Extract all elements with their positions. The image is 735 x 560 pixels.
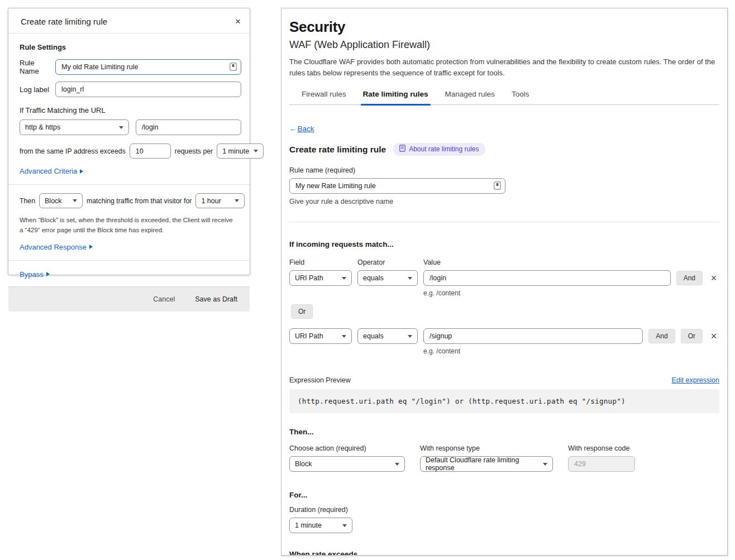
action-label: Choose action (required) [289, 444, 405, 452]
page-description: The Cloudflare WAF provides both automat… [289, 56, 719, 78]
waf-security-panel: Security WAF (Web Application Firewall) … [281, 8, 728, 556]
tab-firewall-rules[interactable]: Firewall rules [302, 90, 346, 104]
then-row: Then Block matching traffic from that vi… [20, 193, 241, 208]
remove-row-icon-2[interactable]: × [708, 331, 719, 341]
caret-right-icon [46, 272, 50, 276]
response-code-label: With response code [568, 444, 635, 452]
then-heading: Then... [289, 428, 719, 436]
url-input[interactable] [136, 119, 241, 135]
tab-rate-limiting-rules[interactable]: Rate limiting rules [363, 90, 428, 104]
edit-expression-link[interactable]: Edit expression [672, 376, 719, 384]
advanced-response-link[interactable]: Advanced Response [20, 243, 93, 251]
value-label: Value [423, 259, 441, 266]
match-row-2: URI Path equals And Or × [289, 328, 719, 344]
match-column-labels: Field Operator Value [289, 259, 719, 266]
advanced-criteria-link[interactable]: Advanced Criteria [20, 167, 83, 175]
action-select[interactable]: Block [39, 193, 83, 208]
then-suffix-text: matching traffic from that visitor for [87, 197, 192, 205]
rule-name-row: Rule Name [20, 59, 241, 75]
about-rate-limiting-badge[interactable]: About rate limiting rules [393, 143, 485, 156]
page-subtitle: WAF (Web Application Firewall) [289, 39, 719, 51]
duration-select[interactable]: 1 minute [289, 518, 352, 533]
or-button-2[interactable]: Or [681, 329, 703, 343]
field-select-1[interactable]: URI Path [289, 270, 352, 286]
caret-right-icon [80, 169, 83, 174]
document-icon [399, 145, 405, 154]
operator-label: Operator [357, 259, 423, 266]
match-heading: If incoming requests match... [289, 240, 719, 248]
then-label: Then [20, 197, 35, 205]
value-input-2[interactable] [423, 328, 643, 344]
divider [8, 260, 250, 261]
chevron-down-icon [119, 126, 123, 129]
or-connector-button[interactable]: Or [291, 304, 313, 319]
exceeds-suffix-text: requests per [175, 147, 213, 155]
value-input-1[interactable] [423, 270, 671, 286]
rule-name-input[interactable] [55, 59, 241, 75]
then-controls: Choose action (required) Block With resp… [289, 444, 719, 472]
traffic-match-label: If Traffic Matching the URL [20, 106, 241, 114]
period-select[interactable]: 1 minute [217, 143, 264, 159]
screenshot-canvas: Create rate limiting rule × Rule Setting… [0, 0, 735, 560]
duration-label: Duration (required) [289, 506, 719, 514]
threshold-row: from the same IP address exceeds request… [20, 143, 241, 159]
waf-tabs: Firewall rules Rate limiting rules Manag… [289, 90, 719, 105]
chevron-down-icon [342, 277, 346, 280]
remove-row-icon-1[interactable]: × [708, 273, 719, 283]
scheme-select[interactable]: http & https [20, 119, 129, 135]
traffic-match-row: http & https [20, 119, 241, 135]
page-title: Security [289, 18, 719, 36]
rule-name-label: Rule Name [20, 59, 55, 75]
value-hint-2: e.g. /content [423, 347, 719, 355]
operator-select-2[interactable]: equals [357, 328, 418, 344]
tab-tools[interactable]: Tools [512, 90, 529, 104]
close-icon[interactable]: × [235, 17, 241, 26]
chevron-down-icon [342, 335, 346, 338]
log-label-label: Log label [20, 85, 55, 94]
password-manager-icon [494, 181, 501, 192]
back-link[interactable]: ←Back [289, 125, 314, 133]
match-row-1: URI Path equals And × [289, 270, 719, 286]
modal-body: Rule Settings Rule Name Log label If Tra… [8, 33, 250, 286]
log-label-input[interactable] [55, 82, 241, 97]
create-rule-heading-row: Create rate limiting rule About rate lim… [289, 143, 719, 156]
legacy-rate-limit-modal: Create rate limiting rule × Rule Setting… [8, 8, 250, 275]
field-select-2[interactable]: URI Path [289, 328, 352, 344]
tab-managed-rules[interactable]: Managed rules [445, 90, 495, 104]
chevron-down-icon [543, 463, 547, 466]
operator-select-1[interactable]: equals [357, 270, 418, 286]
field-label: Field [289, 259, 357, 266]
requests-input[interactable] [130, 143, 171, 159]
value-hint-1: e.g. /content [423, 289, 719, 297]
exceeds-prefix-text: from the same IP address exceeds [20, 147, 126, 155]
rule-settings-heading: Rule Settings [20, 43, 241, 51]
caret-right-icon [89, 245, 93, 249]
chevron-down-icon [408, 277, 412, 280]
save-as-draft-button[interactable]: Save as Draft [195, 295, 237, 303]
block-note-text: When “Block” is set, when the threshold … [20, 216, 235, 236]
rate-heading: When rate exceeds... [289, 550, 719, 556]
rule-name-input[interactable] [289, 178, 505, 194]
modal-header: Create rate limiting rule × [8, 8, 250, 33]
action-select[interactable]: Block [289, 456, 405, 472]
modal-title: Create rate limiting rule [21, 17, 107, 26]
divider [8, 184, 250, 185]
expression-preview-label: Expression Preview [289, 376, 351, 384]
modal-footer: Cancel Save as Draft [8, 286, 250, 312]
chevron-down-icon [395, 463, 399, 466]
response-type-select[interactable]: Default Cloudflare rate limiting respons… [420, 456, 553, 472]
cancel-button[interactable]: Cancel [153, 295, 175, 303]
back-arrow-icon: ← [289, 125, 297, 133]
password-manager-icon [230, 63, 237, 73]
or-connector-row: Or [291, 304, 719, 319]
chevron-down-icon [235, 199, 239, 202]
block-duration-select[interactable]: 1 hour [195, 193, 245, 208]
create-rule-heading: Create rate limiting rule [289, 145, 386, 155]
and-button-2[interactable]: And [648, 329, 675, 343]
chevron-down-icon [408, 335, 412, 338]
rule-name-label: Rule name (required) [289, 166, 719, 174]
for-heading: For... [289, 491, 719, 499]
response-code-input [568, 456, 635, 472]
bypass-link[interactable]: Bypass [20, 270, 50, 279]
and-button-1[interactable]: And [676, 271, 703, 285]
